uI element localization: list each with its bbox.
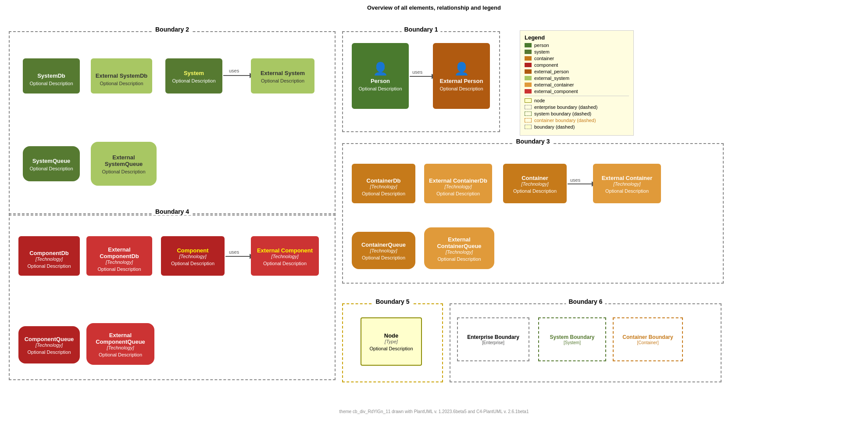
node-box: Node [Type] Optional Description (361, 317, 422, 366)
ext-containerdb-card: External ContainerDb [Technology] Option… (424, 164, 492, 203)
container-boundary-box: Container Boundary [Container] (613, 317, 683, 361)
container-desc: Optional Description (513, 188, 557, 194)
containerdb-label: ContainerDb (367, 177, 401, 184)
componentqueue-card: ComponentQueue [Technology] Optional Des… (18, 326, 80, 363)
container-card: Container [Technology] Optional Descript… (503, 164, 567, 203)
ext-containerqueue-label: External ContainerQueue (428, 236, 491, 249)
legend-box: Legend person system container component… (520, 30, 634, 136)
componentdb-desc: Optional Description (27, 263, 71, 269)
boundary-6: Boundary 6 Enterprise Boundary [Enterpri… (450, 303, 722, 382)
node-desc: Optional Description (369, 346, 413, 351)
enterprise-label: Enterprise Boundary (467, 334, 519, 340)
container-b-label: Container Boundary (622, 334, 673, 340)
ext-systemqueue-label: External SystemQueue (94, 154, 153, 167)
component-tech: [Technology] (179, 254, 207, 259)
ext-container-label: External Container (602, 175, 653, 181)
ext-person-card: 👤 External Person Optional Description (433, 43, 490, 109)
ext-system-label: External System (261, 70, 305, 76)
person-icon: 👤 (373, 61, 388, 76)
system-b-label: System Boundary (550, 334, 594, 340)
legend-label-enterprise: enterprise boundary (dashed) (534, 104, 597, 110)
ext-systemqueue-desc: Optional Description (102, 169, 145, 174)
legend-swatch-ext-system (525, 76, 532, 80)
uses-label-person: uses (412, 69, 422, 75)
legend-swatch-ext-container (525, 83, 532, 87)
arrow-system-ext (223, 75, 250, 76)
boundary-3: Boundary 3 ContainerDb [Technology] Opti… (342, 143, 724, 284)
uses-label-container: uses (570, 177, 580, 183)
boundary-1: Boundary 1 👤 Person Optional Description… (342, 31, 500, 132)
legend-label-system: system (534, 49, 550, 54)
componentdb-card: ComponentDb [Technology] Optional Descri… (18, 236, 80, 276)
legend-swatch-container-b (525, 118, 532, 122)
systemqueue-card: SystemQueue Optional Description (23, 146, 80, 181)
system-label: System (184, 70, 204, 76)
legend-item-node: node (525, 98, 629, 103)
ext-component-card: External Component [Technology] Optional… (251, 236, 319, 276)
boundary-4: Boundary 4 ComponentDb [Technology] Opti… (9, 213, 336, 380)
componentdb-tech: [Technology] (36, 256, 63, 262)
node-tech: [Type] (385, 339, 398, 344)
boundary-3-title: Boundary 3 (513, 138, 552, 145)
legend-swatch-ext-person (525, 69, 532, 74)
legend-label-ext-container: external_container (534, 82, 574, 87)
boundary-2: Boundary 2 SystemDb Optional Description… (9, 31, 336, 216)
legend-item-enterprise-b: enterprise boundary (dashed) (525, 104, 629, 110)
legend-item-component: component (525, 62, 629, 68)
legend-divider (525, 96, 629, 96)
ext-containerqueue-card: External ContainerQueue [Technology] Opt… (424, 227, 494, 269)
person-label: Person (371, 78, 390, 84)
legend-swatch-person (525, 43, 532, 47)
person-card: 👤 Person Optional Description (352, 43, 409, 109)
ext-person-desc: Optional Description (439, 86, 483, 91)
ext-person-label: External Person (440, 78, 483, 84)
enterprise-boundary-box: Enterprise Boundary [Enterprise] (457, 317, 529, 361)
ext-system-desc: Optional Description (261, 78, 304, 83)
legend-item-boundary: boundary (dashed) (525, 124, 629, 130)
ext-componentdb-label: External ComponentDb (90, 246, 149, 259)
legend-item-system: system (525, 49, 629, 54)
legend-swatch-system (525, 50, 532, 54)
componentqueue-label: ComponentQueue (25, 336, 74, 342)
system-boundary-box: System Boundary [System] (538, 317, 606, 361)
ext-systemdb-desc: Optional Description (100, 81, 143, 86)
containerdb-tech: [Technology] (370, 184, 397, 189)
legend-label-person: person (534, 43, 549, 48)
legend-item-ext-person: external_person (525, 69, 629, 74)
legend-item-system-b: system boundary (dashed) (525, 111, 629, 116)
ext-container-desc: Optional Description (605, 188, 649, 194)
legend-label-node: node (534, 98, 545, 103)
legend-label-container: container (534, 56, 554, 61)
uses-label-component: uses (229, 249, 239, 255)
page-title: Overview of all elements, relationship a… (0, 0, 868, 14)
boundary-6-title: Boundary 6 (566, 298, 605, 305)
systemdb-label: SystemDb (37, 72, 65, 79)
component-label: Component (177, 247, 208, 254)
arrow-component (225, 256, 250, 257)
systemqueue-label: SystemQueue (32, 158, 71, 164)
person-desc: Optional Description (358, 86, 402, 91)
ext-systemdb-card: External SystemDb Optional Description (91, 58, 152, 94)
container-label: Container (522, 175, 548, 181)
arrow-person (410, 76, 432, 77)
ext-componentqueue-desc: Optional Description (99, 352, 142, 357)
ext-component-desc: Optional Description (263, 261, 307, 266)
legend-item-person: person (525, 43, 629, 48)
ext-componentdb-tech: [Technology] (106, 259, 133, 265)
legend-label-ext-component: external_component (534, 89, 578, 94)
boundary-1-title: Boundary 1 (401, 26, 440, 33)
legend-swatch-node (525, 98, 532, 103)
containerqueue-tech: [Technology] (370, 248, 397, 253)
arrow-container (568, 184, 592, 184)
containerqueue-card: ContainerQueue [Technology] Optional Des… (352, 232, 415, 269)
legend-swatch-enterprise (525, 105, 532, 109)
ext-componentdb-desc: Optional Description (97, 266, 141, 272)
legend-swatch-ext-component (525, 89, 532, 94)
enterprise-sub: [Enterprise] (482, 340, 504, 345)
legend-item-container: container (525, 56, 629, 61)
main-canvas: Boundary 2 SystemDb Optional Description… (0, 14, 868, 417)
ext-container-tech: [Technology] (614, 181, 641, 187)
containerdb-card: ContainerDb [Technology] Optional Descri… (352, 164, 415, 203)
boundary-5-title: Boundary 5 (373, 298, 412, 305)
legend-swatch-component (525, 63, 532, 67)
